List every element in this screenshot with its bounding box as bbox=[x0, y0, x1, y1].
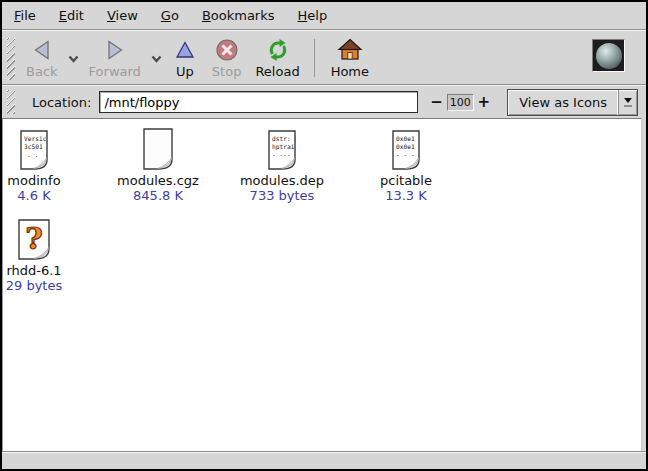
reload-button[interactable]: Reload bbox=[248, 36, 306, 80]
forward-arrow-icon bbox=[102, 37, 128, 63]
forward-label: Forward bbox=[89, 64, 141, 79]
throbber bbox=[592, 39, 625, 72]
icon-row-2: ? rhdd-6.1 29 bytes bbox=[2, 216, 641, 293]
file-name: modinfo bbox=[7, 173, 60, 188]
up-arrow-icon bbox=[172, 37, 198, 63]
location-bar: Location: − 100 + View as Icons bbox=[2, 86, 646, 118]
menu-go[interactable]: Go bbox=[161, 8, 179, 23]
file-name: pcitable bbox=[380, 173, 432, 188]
stop-button[interactable]: Stop bbox=[205, 36, 249, 80]
menu-help[interactable]: Help bbox=[298, 8, 328, 23]
file-name: rhdd-6.1 bbox=[6, 263, 61, 278]
back-arrow-icon bbox=[29, 37, 55, 63]
forward-button[interactable]: Forward bbox=[82, 36, 148, 80]
svg-text:- ---: - --- bbox=[272, 151, 291, 158]
location-input[interactable] bbox=[99, 91, 418, 113]
plain-file-icon bbox=[143, 126, 173, 170]
text-file-icon: dstr: | hptrai - --- bbox=[268, 126, 296, 170]
back-label: Back bbox=[26, 64, 58, 79]
menu-view[interactable]: View bbox=[107, 8, 138, 23]
svg-text:3c501: 3c501 bbox=[24, 143, 43, 150]
file-item-pcitable[interactable]: 0x0e1 0x0e1 - - - pcitable 13.3 K bbox=[344, 126, 468, 203]
status-bar bbox=[2, 451, 646, 469]
up-label: Up bbox=[176, 64, 194, 79]
zoom-out-button[interactable]: − bbox=[426, 93, 447, 111]
svg-text:0x0e1: 0x0e1 bbox=[396, 143, 415, 150]
back-history-chevron-icon[interactable] bbox=[65, 51, 82, 66]
view-mode-label: View as Icons bbox=[508, 90, 618, 115]
stop-label: Stop bbox=[212, 64, 242, 79]
toolbar-separator bbox=[314, 39, 315, 77]
location-label: Location: bbox=[32, 95, 91, 110]
zoom-level-indicator[interactable]: 100 bbox=[447, 94, 474, 111]
location-bar-drag-handle[interactable] bbox=[7, 90, 15, 114]
file-size: 733 bytes bbox=[250, 188, 315, 203]
svg-text:hptrai: hptrai bbox=[272, 143, 295, 151]
file-size: 4.6 K bbox=[17, 188, 50, 203]
reload-icon bbox=[265, 37, 291, 63]
question-mark-icon: ? bbox=[25, 221, 43, 256]
forward-history-chevron-icon[interactable] bbox=[148, 51, 165, 66]
icon-row-1: Versic 3c501 . . modinfo 4.6 K modules.c… bbox=[2, 126, 641, 203]
back-button[interactable]: Back bbox=[19, 36, 65, 80]
svg-text:Versic: Versic bbox=[24, 135, 47, 142]
throbber-sphere-icon bbox=[596, 43, 622, 69]
menu-bookmarks[interactable]: Bookmarks bbox=[202, 8, 275, 23]
home-button[interactable]: Home bbox=[324, 36, 376, 80]
file-size: 845.8 K bbox=[133, 188, 183, 203]
menu-edit[interactable]: Edit bbox=[59, 8, 84, 23]
svg-text:- - -: - - - bbox=[396, 151, 415, 158]
home-label: Home bbox=[331, 64, 369, 79]
svg-text:0x0e1: 0x0e1 bbox=[396, 135, 415, 142]
home-icon bbox=[337, 37, 363, 63]
reload-label: Reload bbox=[255, 64, 299, 79]
menubar: File Edit View Go Bookmarks Help bbox=[2, 2, 646, 29]
toolbar-drag-handle[interactable] bbox=[7, 38, 15, 80]
unknown-file-icon: ? bbox=[18, 216, 50, 260]
file-item-modules-dep[interactable]: dstr: | hptrai - --- modules.dep 733 byt… bbox=[220, 126, 344, 203]
svg-text:. .: . . bbox=[27, 151, 38, 158]
icon-view[interactable]: Versic 3c501 . . modinfo 4.6 K modules.c… bbox=[2, 118, 642, 451]
text-file-icon: 0x0e1 0x0e1 - - - bbox=[392, 126, 420, 170]
stop-icon bbox=[214, 37, 240, 63]
zoom-in-button[interactable]: + bbox=[474, 93, 495, 111]
toolbar: Back Forward Up bbox=[2, 31, 646, 84]
view-mode-dropdown-icon[interactable] bbox=[618, 90, 637, 115]
svg-text:dstr: |: dstr: | bbox=[272, 135, 296, 143]
up-button[interactable]: Up bbox=[165, 36, 205, 80]
file-item-modules-cgz[interactable]: modules.cgz 845.8 K bbox=[96, 126, 220, 203]
file-name: modules.dep bbox=[240, 173, 324, 188]
menu-file[interactable]: File bbox=[14, 8, 36, 23]
file-item-modinfo[interactable]: Versic 3c501 . . modinfo 4.6 K bbox=[2, 126, 96, 203]
file-manager-window: File Edit View Go Bookmarks Help Back Fo… bbox=[0, 0, 648, 471]
file-size: 13.3 K bbox=[385, 188, 427, 203]
file-name: modules.cgz bbox=[117, 173, 199, 188]
view-mode-selector[interactable]: View as Icons bbox=[507, 89, 638, 116]
text-file-icon: Versic 3c501 . . bbox=[20, 126, 48, 170]
file-item-rhdd[interactable]: ? rhdd-6.1 29 bytes bbox=[2, 216, 96, 293]
file-size: 29 bytes bbox=[6, 278, 63, 293]
